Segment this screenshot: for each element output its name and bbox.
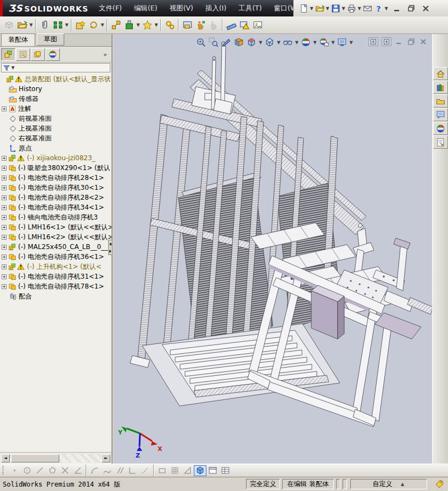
apply-scene-caret-icon[interactable]: ▼ <box>331 40 335 45</box>
save-caret-icon[interactable]: ▼ <box>341 6 346 11</box>
previous-view-button[interactable] <box>220 36 232 48</box>
point-button[interactable] <box>8 465 21 476</box>
tab-0[interactable]: 装配体 <box>1 33 35 46</box>
mate-button[interactable] <box>51 19 64 32</box>
tree-item-19[interactable]: +!(-) 上升机构<1> (默认< <box>0 262 111 272</box>
move-component-button[interactable] <box>194 19 207 32</box>
tree-item-18[interactable]: +(-) 电池壳自动排序机36<1> <box>0 252 111 262</box>
tree-item-16[interactable]: +(-) LMH16<2> (默认<<默认> <box>0 232 111 242</box>
polygon-button[interactable] <box>46 465 59 476</box>
tree-item-5[interactable]: 上视基准面 <box>0 123 111 133</box>
menu-item-0[interactable]: 文件(F) <box>93 0 128 16</box>
corner-button[interactable] <box>126 465 139 476</box>
rectangle-tool-button[interactable] <box>156 465 169 476</box>
zoom-fit-button[interactable] <box>195 36 207 48</box>
menu-item-2[interactable]: 视图(V) <box>164 0 199 16</box>
doc-close-button[interactable] <box>419 38 428 46</box>
tree-item-15[interactable]: +(-) LMH16<1> (默认<<默认> <box>0 222 111 232</box>
open-part-caret-icon[interactable]: ▼ <box>29 22 33 27</box>
save-button[interactable] <box>330 3 341 14</box>
edit-appearance-button[interactable] <box>300 36 312 48</box>
toolbar-grip[interactable] <box>2 466 4 476</box>
help-caret-icon[interactable]: ▼ <box>384 6 389 11</box>
trim-button[interactable] <box>59 465 71 476</box>
tree-item-17[interactable]: +(-) MAL25x450_CA_LB__0__M <box>0 242 111 252</box>
panel-flyout-handle[interactable] <box>108 240 113 255</box>
tag-icon[interactable] <box>435 479 444 490</box>
appearances-tab[interactable] <box>433 122 448 135</box>
display-style-button[interactable] <box>264 36 276 48</box>
expand-toggle[interactable]: + <box>2 264 7 269</box>
apply-scene-button[interactable] <box>318 36 330 48</box>
new-caret-icon[interactable]: ▼ <box>309 6 314 11</box>
expand-toggle[interactable]: + <box>2 235 7 240</box>
menu-item-1[interactable]: 编辑(E) <box>128 0 164 16</box>
rotate-component-button[interactable] <box>87 19 100 32</box>
expand-toggle[interactable]: + <box>2 225 7 230</box>
expand-toggle[interactable]: + <box>2 195 7 200</box>
assembly-features-caret-icon[interactable]: ▼ <box>136 22 141 27</box>
window-close-button[interactable] <box>419 3 432 13</box>
window-minimize-button[interactable] <box>391 3 403 13</box>
exploded-view-button[interactable] <box>109 19 122 32</box>
construction-button[interactable] <box>139 465 152 476</box>
shaded-view-button[interactable] <box>194 465 206 476</box>
expand-toggle[interactable]: + <box>2 245 7 250</box>
tree-item-2[interactable]: 传感器 <box>0 94 111 104</box>
tree-hscrollbar[interactable]: ◄ ► <box>0 452 111 464</box>
hide-show-items-caret-icon[interactable]: ▼ <box>294 40 299 45</box>
collapse-left-button[interactable] <box>368 37 378 46</box>
view-settings-caret-icon[interactable]: ▼ <box>349 40 354 45</box>
doc-restore-button[interactable] <box>407 38 416 46</box>
displaymanager-tab[interactable] <box>46 48 60 61</box>
hide-show-items-button[interactable] <box>282 36 294 48</box>
mate-caret-icon[interactable]: ▼ <box>64 22 69 27</box>
window-preview-button[interactable] <box>181 19 194 32</box>
tree-item-9[interactable]: +(-) 吸塑盒380X290<1> (默认 <box>0 163 111 173</box>
collapse-right-button[interactable] <box>382 37 391 46</box>
tree-item-20[interactable]: +(-) 电池壳自动排序机31<1> <box>0 272 111 281</box>
expand-toggle[interactable]: + <box>2 284 7 289</box>
tree-filter-input[interactable]: ▼ <box>1 63 110 72</box>
menu-item-4[interactable]: 工具(T) <box>232 0 267 16</box>
tree-item-14[interactable]: +(-) 镜向电池壳自动排序机3 <box>0 212 111 222</box>
expand-toggle[interactable]: + <box>2 176 7 180</box>
scroll-track[interactable] <box>10 454 102 462</box>
arc-button[interactable] <box>88 465 101 476</box>
doc-minimize-button[interactable] <box>395 38 404 46</box>
expand-toggle[interactable]: + <box>2 166 7 171</box>
table-view-button[interactable] <box>219 465 232 476</box>
new-button[interactable] <box>298 3 309 14</box>
tree-item-11[interactable]: +(-) 电池壳自动排序机30<1> <box>0 183 111 193</box>
tree-item-12[interactable]: +(-) 电池壳自动排序机28<2> <box>0 193 111 202</box>
scroll-left-arrow[interactable]: ◄ <box>1 454 10 462</box>
assembly-features-button[interactable] <box>122 19 136 32</box>
featuremanager-tab[interactable] <box>1 48 15 61</box>
expand-toggle[interactable]: + <box>2 255 7 259</box>
scroll-right-arrow[interactable]: ► <box>102 454 110 462</box>
tree-item-8[interactable]: +!(-) xijiaokou-jzi0823_ <box>0 153 111 163</box>
graphics-area[interactable]: Y X Z ▼▼▼▼▼▼ <box>114 34 432 464</box>
design-library-tab[interactable] <box>433 81 448 94</box>
line-button[interactable] <box>33 465 46 476</box>
send-button[interactable] <box>362 3 373 14</box>
propertymanager-tab[interactable] <box>16 48 30 61</box>
attach-button[interactable] <box>38 19 51 32</box>
expand-toggle[interactable]: + <box>2 156 7 161</box>
tree-item-13[interactable]: +(-) 电池壳自动排序机34<1> <box>0 202 111 212</box>
measure-button[interactable] <box>225 19 238 32</box>
filter-caret-icon[interactable]: ▼ <box>10 65 15 70</box>
manager-overflow-chevron[interactable]: » <box>103 51 107 58</box>
tree-item-21[interactable]: +(-) 电池壳自动排序机78<1> <box>0 281 111 291</box>
zoom-area-button[interactable] <box>208 36 220 48</box>
angle-button[interactable] <box>71 465 84 476</box>
view-palette-tab[interactable] <box>433 108 448 121</box>
expand-toggle[interactable]: + <box>2 215 7 220</box>
tree-item-1[interactable]: History <box>0 84 111 94</box>
help-button[interactable]: ? <box>373 3 384 14</box>
reference-geometry-button[interactable] <box>141 19 154 32</box>
custom-properties-tab[interactable] <box>433 136 448 149</box>
tree-item-10[interactable]: +(-) 电池壳自动排序机28<1> <box>0 173 111 183</box>
expand-toggle[interactable]: + <box>2 106 7 111</box>
view-settings-button[interactable] <box>336 36 348 48</box>
